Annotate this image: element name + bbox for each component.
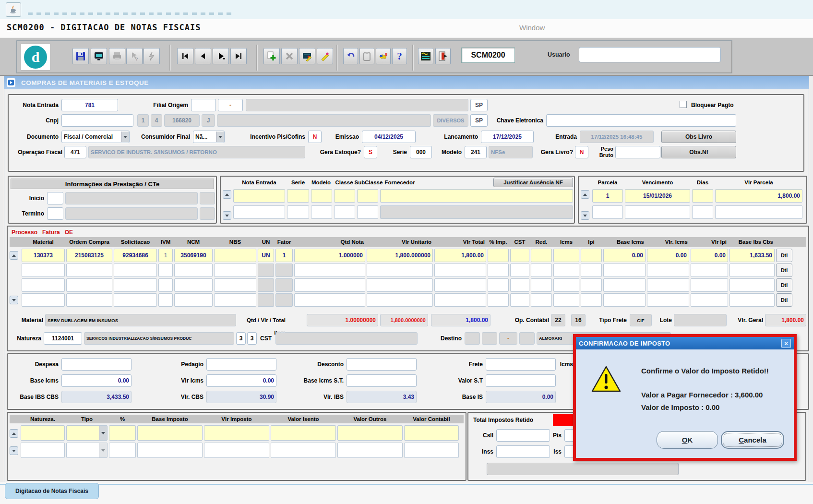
chevron-down-icon[interactable] bbox=[121, 132, 129, 142]
user-keys-button[interactable]: 8 bbox=[376, 48, 391, 64]
nf-cell[interactable] bbox=[287, 205, 309, 219]
edit-wand-button[interactable] bbox=[317, 48, 333, 64]
tipo-cell[interactable] bbox=[66, 443, 108, 458]
cell[interactable] bbox=[729, 264, 775, 277]
help-pointer-button[interactable]: ? bbox=[126, 48, 143, 64]
chevron-down-icon[interactable] bbox=[216, 132, 224, 142]
valor-contabil-cell[interactable] bbox=[404, 443, 459, 458]
incentivo-field[interactable]: N bbox=[308, 131, 322, 143]
vlr-parcela-cell[interactable]: 1,800.00 bbox=[715, 189, 802, 203]
dtl-button[interactable]: Dtl bbox=[776, 249, 792, 262]
cell[interactable] bbox=[158, 278, 173, 292]
natureza-cell[interactable] bbox=[21, 425, 65, 441]
vlr-icms-cell[interactable]: 0.00 bbox=[647, 249, 689, 262]
vlr-imposto-cell[interactable] bbox=[204, 425, 269, 441]
cell[interactable] bbox=[581, 278, 602, 292]
first-record-button[interactable] bbox=[177, 48, 193, 64]
nf-cell[interactable] bbox=[233, 189, 285, 203]
pedagio-field[interactable] bbox=[206, 358, 276, 371]
cell[interactable] bbox=[367, 293, 433, 307]
n2-field[interactable]: 3 bbox=[247, 332, 257, 345]
bloquear-pagto-checkbox[interactable] bbox=[680, 101, 687, 108]
ok-button[interactable]: OK bbox=[657, 431, 718, 449]
ivm-cell[interactable]: 1 bbox=[158, 249, 173, 262]
vlr-icms-field[interactable]: 0.00 bbox=[206, 374, 276, 387]
cell[interactable] bbox=[158, 293, 173, 307]
cell[interactable] bbox=[114, 264, 157, 277]
inss-field[interactable] bbox=[496, 445, 550, 458]
chave-eletronica-field[interactable] bbox=[546, 114, 736, 127]
solicitacao-cell[interactable]: 92934686 bbox=[114, 249, 157, 262]
nf-cell[interactable] bbox=[311, 205, 332, 219]
vlr-total-cell[interactable]: 1,800.00 bbox=[434, 249, 486, 262]
cell[interactable] bbox=[553, 278, 579, 292]
cell[interactable] bbox=[729, 293, 775, 307]
gera-estoque-field[interactable]: S bbox=[364, 146, 377, 158]
paste-button[interactable] bbox=[359, 48, 374, 64]
base-ibs-cbs-cell[interactable]: 1,633.50 bbox=[729, 249, 775, 262]
base-icms-cell[interactable]: 0.00 bbox=[603, 249, 646, 262]
cell[interactable] bbox=[729, 278, 775, 292]
vlr-imposto-cell[interactable] bbox=[204, 443, 269, 458]
tipo-cell[interactable] bbox=[66, 425, 108, 441]
modelo-field[interactable]: 241 bbox=[465, 146, 487, 158]
dtl-button[interactable]: Dtl bbox=[776, 278, 792, 292]
nota-entrada-field[interactable]: 781 bbox=[61, 99, 118, 111]
cell[interactable] bbox=[510, 264, 529, 277]
cnpj-field[interactable] bbox=[61, 114, 133, 127]
delete-record-button[interactable] bbox=[281, 48, 298, 64]
justificar-ausencia-nf-button[interactable]: Justificar Ausência NF bbox=[493, 178, 573, 187]
nf-cell[interactable] bbox=[334, 205, 355, 219]
cell[interactable] bbox=[647, 293, 689, 307]
filial-origem-sep-field[interactable]: - bbox=[218, 99, 243, 111]
base-imposto-cell[interactable] bbox=[137, 443, 203, 458]
scroll-up-button[interactable] bbox=[10, 429, 18, 438]
vencimento-cell[interactable] bbox=[625, 205, 690, 219]
tab-processo[interactable]: Processo bbox=[12, 229, 37, 236]
cell[interactable] bbox=[434, 278, 486, 292]
cell[interactable] bbox=[214, 264, 256, 277]
cell[interactable] bbox=[603, 264, 646, 277]
cell[interactable] bbox=[531, 278, 552, 292]
base-icms-field[interactable]: 0.00 bbox=[61, 374, 132, 387]
inicio-hora-field[interactable] bbox=[47, 192, 63, 204]
cell[interactable] bbox=[158, 264, 173, 277]
cell[interactable] bbox=[691, 278, 728, 292]
fator-cell[interactable]: 1 bbox=[275, 249, 293, 262]
csll-field[interactable] bbox=[496, 429, 550, 442]
last-record-button[interactable] bbox=[230, 48, 247, 64]
cell[interactable] bbox=[553, 293, 579, 307]
ipi-cell[interactable] bbox=[581, 249, 602, 262]
cell[interactable] bbox=[691, 293, 728, 307]
exit-button[interactable] bbox=[435, 48, 451, 64]
valor-outros-cell[interactable] bbox=[337, 443, 403, 458]
obs-nf-button[interactable]: Obs.Nf bbox=[661, 146, 736, 158]
material-cell[interactable]: 130373 bbox=[22, 249, 65, 262]
vlr-unitario-cell[interactable]: 1,800.000000 bbox=[367, 249, 433, 262]
cell[interactable] bbox=[214, 293, 256, 307]
n1-field[interactable]: 3 bbox=[236, 332, 246, 345]
cell[interactable] bbox=[114, 293, 157, 307]
vlr-ipi-cell[interactable]: 0.00 bbox=[691, 249, 728, 262]
chevron-down-icon[interactable] bbox=[99, 443, 107, 457]
pct-cell[interactable] bbox=[109, 443, 136, 458]
cell[interactable] bbox=[531, 293, 552, 307]
cell[interactable] bbox=[174, 293, 213, 307]
tab-fatura[interactable]: Fatura bbox=[42, 229, 60, 236]
scroll-down-button[interactable] bbox=[10, 296, 18, 304]
java-app-icon[interactable] bbox=[6, 2, 21, 17]
cell[interactable] bbox=[581, 293, 602, 307]
cell[interactable] bbox=[434, 293, 486, 307]
nf-cell[interactable] bbox=[287, 189, 309, 203]
cell[interactable] bbox=[22, 278, 65, 292]
pct-cell[interactable] bbox=[109, 425, 136, 441]
cell[interactable] bbox=[510, 293, 529, 307]
cell[interactable] bbox=[66, 293, 112, 307]
process-button[interactable] bbox=[143, 48, 160, 64]
scroll-up-button[interactable] bbox=[10, 251, 18, 260]
cell[interactable] bbox=[531, 264, 552, 277]
cell[interactable] bbox=[647, 278, 689, 292]
save-button[interactable] bbox=[72, 48, 89, 64]
nf-cell[interactable] bbox=[380, 189, 573, 203]
dtl-button[interactable]: Dtl bbox=[776, 293, 792, 307]
